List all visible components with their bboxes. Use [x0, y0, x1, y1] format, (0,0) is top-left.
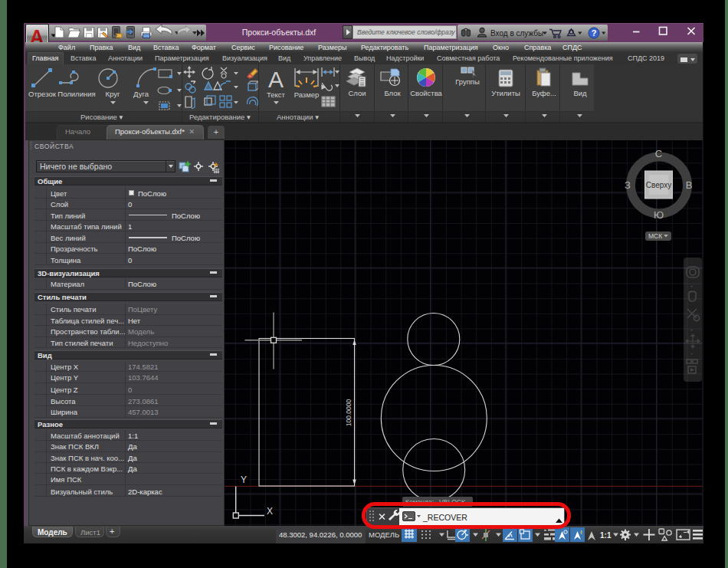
- svg-text:Свойства: Свойства: [410, 89, 442, 97]
- svg-text:З: З: [625, 179, 631, 191]
- svg-text:100.0000: 100.0000: [345, 399, 353, 427]
- svg-text:Полилиния: Полилиния: [57, 90, 95, 98]
- svg-text:Отрезок: Отрезок: [28, 90, 57, 98]
- svg-text:?: ?: [592, 28, 597, 38]
- svg-text:Вход в службы: Вход в службы: [490, 29, 543, 38]
- svg-text:Вид: Вид: [573, 89, 587, 97]
- svg-text:Текст: Текст: [267, 90, 286, 99]
- svg-text:Ю: Ю: [654, 209, 664, 221]
- svg-text:X: X: [267, 506, 273, 517]
- svg-text:Размер: Размер: [294, 90, 320, 99]
- svg-text:Круг: Круг: [106, 90, 120, 98]
- svg-text:A: A: [268, 67, 284, 92]
- svg-text:С: С: [655, 148, 662, 159]
- svg-text:МСК: МСК: [648, 232, 662, 240]
- svg-text:Буфе...: Буфе...: [532, 89, 556, 97]
- svg-text:В: В: [686, 179, 693, 191]
- svg-text:Группы: Группы: [455, 77, 480, 86]
- svg-text:Блок: Блок: [384, 89, 401, 97]
- svg-text:Сверху: Сверху: [646, 181, 671, 189]
- svg-text:Дуга: Дуга: [133, 90, 149, 98]
- svg-text:Слои: Слои: [348, 89, 366, 97]
- svg-text:Y: Y: [241, 474, 247, 485]
- svg-text:Утилиты: Утилиты: [491, 89, 520, 97]
- svg-text:1:1: 1:1: [600, 531, 612, 540]
